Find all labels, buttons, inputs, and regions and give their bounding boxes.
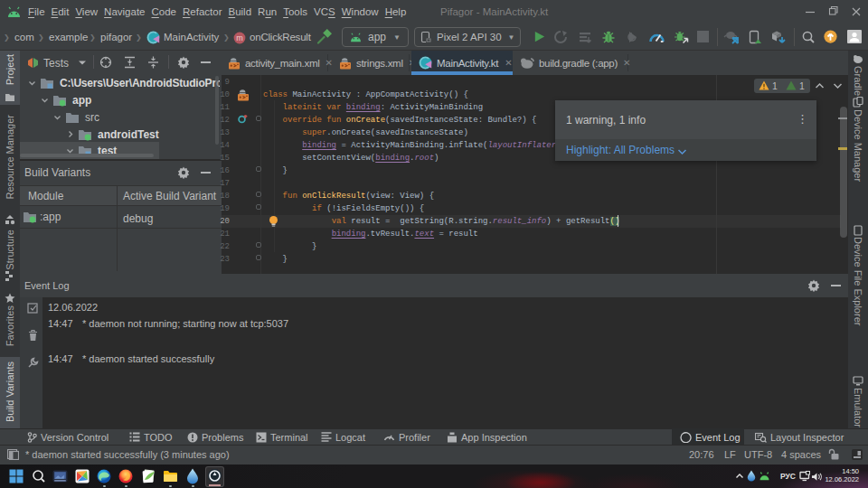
svg-text:m: m bbox=[236, 33, 243, 42]
